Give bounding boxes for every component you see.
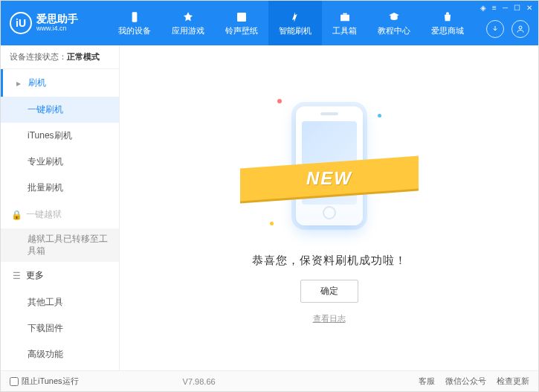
user-button[interactable]	[511, 20, 529, 38]
nav-toolbox[interactable]: 工具箱	[322, 1, 367, 45]
ok-button[interactable]: 确定	[300, 280, 358, 303]
group-label: 一键越狱	[26, 208, 62, 221]
sidebar-item-batch-flash[interactable]: 批量刷机	[1, 175, 119, 201]
more-icon: ☰	[11, 271, 22, 281]
sidebar-group-flash[interactable]: ▸ 刷机	[1, 69, 119, 97]
svg-point-4	[519, 26, 522, 29]
tutorial-icon	[387, 10, 401, 24]
nav-label: 智能刷机	[279, 25, 312, 36]
nav-label: 应用游戏	[172, 25, 204, 36]
store-icon	[440, 10, 455, 24]
minimize-icon[interactable]: ─	[503, 4, 508, 12]
nav-smart-flash[interactable]: 智能刷机	[268, 1, 322, 45]
maximize-icon[interactable]: ☐	[514, 4, 520, 12]
nav-label: 爱思商城	[431, 25, 464, 36]
sidebar-group-more[interactable]: ☰ 更多	[1, 262, 119, 289]
svg-rect-1	[237, 13, 246, 22]
sidebar-item-itunes-flash[interactable]: iTunes刷机	[1, 123, 119, 149]
nav-label: 我的设备	[118, 25, 151, 36]
new-ribbon: NEW	[240, 156, 419, 202]
nav-store[interactable]: 爱思商城	[421, 1, 474, 45]
footer-link-wechat[interactable]: 微信公众号	[445, 376, 486, 387]
svg-rect-3	[343, 13, 346, 14]
sidebar-item-download-firmware[interactable]: 下载固件	[1, 315, 119, 341]
nav-my-device[interactable]: 我的设备	[108, 1, 161, 45]
app-title: 爱思助手	[36, 13, 78, 25]
logo-icon: iU	[10, 12, 32, 34]
svg-rect-0	[132, 12, 138, 22]
connection-status: 设备连接状态：正常模式	[1, 45, 119, 69]
toolbox-icon	[338, 10, 352, 24]
close-icon[interactable]: ✕	[526, 4, 532, 12]
nav-label: 铃声壁纸	[225, 25, 258, 36]
sidebar-group-jailbreak[interactable]: 🔒 一键越狱	[1, 201, 119, 228]
sidebar-item-other-tools[interactable]: 其他工具	[1, 289, 119, 315]
view-log-link[interactable]: 查看日志	[313, 313, 346, 324]
jailbreak-moved-msg: 越狱工具已转移至工具箱	[1, 228, 119, 262]
block-itunes-checkbox[interactable]: 阻止iTunes运行	[10, 376, 79, 387]
nav-label: 工具箱	[332, 25, 357, 36]
nav-ringtone-wallpaper[interactable]: 铃声壁纸	[215, 1, 268, 45]
theme-icon[interactable]: ◈	[480, 4, 486, 12]
app-logo: iU 爱思助手 www.i4.cn	[10, 12, 99, 34]
nav-label: 教程中心	[378, 25, 410, 36]
svg-rect-2	[340, 14, 349, 21]
footer-link-update[interactable]: 检查更新	[497, 376, 529, 387]
version-label: V7.98.66	[183, 377, 216, 386]
group-label: 刷机	[28, 77, 46, 89]
download-button[interactable]	[486, 20, 504, 38]
device-icon	[127, 10, 142, 24]
footer-link-support[interactable]: 客服	[419, 376, 435, 387]
success-illustration: NEW	[262, 91, 396, 240]
sidebar-item-advanced[interactable]: 高级功能	[1, 341, 119, 367]
nav-apps-games[interactable]: 应用游戏	[161, 1, 215, 45]
lock-icon: 🔒	[11, 210, 22, 220]
app-url: www.i4.cn	[36, 25, 78, 33]
group-label: 更多	[26, 269, 44, 282]
menu-icon[interactable]: ≡	[492, 4, 497, 12]
apps-icon	[181, 10, 196, 24]
sidebar-item-pro-flash[interactable]: 专业刷机	[1, 149, 119, 175]
nav-tutorials[interactable]: 教程中心	[367, 1, 421, 45]
success-message: 恭喜您，保资料刷机成功啦！	[252, 254, 407, 268]
flash-icon	[288, 10, 303, 24]
sidebar-item-oneclick-flash[interactable]: 一键刷机	[1, 97, 119, 123]
flash-group-icon: ▸	[13, 78, 24, 89]
wallpaper-icon	[234, 10, 249, 24]
